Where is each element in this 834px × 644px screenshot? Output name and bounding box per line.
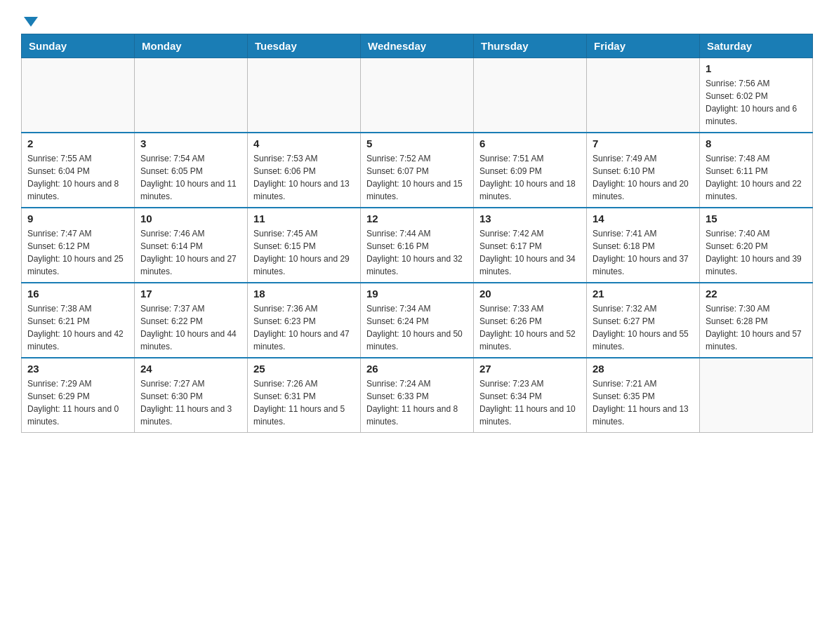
calendar-day-cell: 22Sunrise: 7:30 AMSunset: 6:28 PMDayligh…	[700, 283, 813, 358]
day-number: 22	[706, 288, 807, 300]
calendar-week-row: 9Sunrise: 7:47 AMSunset: 6:12 PMDaylight…	[22, 208, 813, 283]
day-info: Sunrise: 7:42 AMSunset: 6:17 PMDaylight:…	[479, 227, 581, 278]
day-info: Sunrise: 7:26 AMSunset: 6:31 PMDaylight:…	[253, 377, 355, 428]
day-number: 12	[366, 213, 468, 224]
day-number: 16	[27, 288, 128, 300]
calendar-day-cell: 1Sunrise: 7:56 AMSunset: 6:02 PMDaylight…	[700, 58, 813, 133]
day-of-week-header: Saturday	[700, 34, 813, 58]
calendar-day-cell: 3Sunrise: 7:54 AMSunset: 6:05 PMDaylight…	[135, 133, 248, 208]
day-info: Sunrise: 7:33 AMSunset: 6:26 PMDaylight:…	[479, 302, 581, 353]
day-number: 19	[366, 288, 468, 300]
calendar-week-row: 1Sunrise: 7:56 AMSunset: 6:02 PMDaylight…	[22, 58, 813, 133]
day-number: 20	[479, 288, 581, 300]
calendar-day-cell: 8Sunrise: 7:48 AMSunset: 6:11 PMDaylight…	[700, 133, 813, 208]
day-number: 9	[27, 213, 128, 224]
day-info: Sunrise: 7:40 AMSunset: 6:20 PMDaylight:…	[706, 227, 807, 278]
day-info: Sunrise: 7:29 AMSunset: 6:29 PMDaylight:…	[27, 377, 128, 428]
day-number: 6	[479, 137, 581, 149]
calendar-day-cell: 20Sunrise: 7:33 AMSunset: 6:26 PMDayligh…	[474, 283, 587, 358]
day-info: Sunrise: 7:56 AMSunset: 6:02 PMDaylight:…	[706, 77, 807, 128]
logo-arrow-icon	[24, 17, 38, 27]
day-number: 10	[140, 213, 241, 224]
calendar-day-cell: 16Sunrise: 7:38 AMSunset: 6:21 PMDayligh…	[22, 283, 135, 358]
day-info: Sunrise: 7:44 AMSunset: 6:16 PMDaylight:…	[366, 227, 468, 278]
calendar-day-cell: 13Sunrise: 7:42 AMSunset: 6:17 PMDayligh…	[474, 208, 587, 283]
day-info: Sunrise: 7:23 AMSunset: 6:34 PMDaylight:…	[479, 377, 581, 428]
day-number: 23	[27, 363, 128, 375]
day-info: Sunrise: 7:53 AMSunset: 6:06 PMDaylight:…	[253, 152, 355, 203]
day-of-week-header: Friday	[587, 34, 700, 58]
day-number: 18	[253, 288, 355, 300]
calendar-day-cell	[474, 58, 587, 133]
day-info: Sunrise: 7:34 AMSunset: 6:24 PMDaylight:…	[366, 302, 468, 353]
day-of-week-header: Tuesday	[248, 34, 361, 58]
calendar-day-cell	[361, 58, 474, 133]
calendar-table: SundayMondayTuesdayWednesdayThursdayFrid…	[21, 34, 813, 433]
day-info: Sunrise: 7:24 AMSunset: 6:33 PMDaylight:…	[366, 377, 468, 428]
day-number: 2	[27, 137, 128, 149]
calendar-day-cell: 21Sunrise: 7:32 AMSunset: 6:27 PMDayligh…	[587, 283, 700, 358]
calendar-week-row: 23Sunrise: 7:29 AMSunset: 6:29 PMDayligh…	[22, 358, 813, 433]
page-header	[21, 14, 813, 27]
calendar-day-cell: 24Sunrise: 7:27 AMSunset: 6:30 PMDayligh…	[135, 358, 248, 433]
day-number: 21	[593, 288, 694, 300]
day-info: Sunrise: 7:46 AMSunset: 6:14 PMDaylight:…	[140, 227, 241, 278]
calendar-day-cell: 6Sunrise: 7:51 AMSunset: 6:09 PMDaylight…	[474, 133, 587, 208]
calendar-day-cell: 19Sunrise: 7:34 AMSunset: 6:24 PMDayligh…	[361, 283, 474, 358]
calendar-day-cell: 14Sunrise: 7:41 AMSunset: 6:18 PMDayligh…	[587, 208, 700, 283]
calendar-day-cell: 15Sunrise: 7:40 AMSunset: 6:20 PMDayligh…	[700, 208, 813, 283]
day-number: 5	[366, 137, 468, 149]
day-of-week-header: Sunday	[22, 34, 135, 58]
day-info: Sunrise: 7:38 AMSunset: 6:21 PMDaylight:…	[27, 302, 128, 353]
calendar-day-cell: 2Sunrise: 7:55 AMSunset: 6:04 PMDaylight…	[22, 133, 135, 208]
calendar-day-cell: 25Sunrise: 7:26 AMSunset: 6:31 PMDayligh…	[248, 358, 361, 433]
calendar-day-cell: 11Sunrise: 7:45 AMSunset: 6:15 PMDayligh…	[248, 208, 361, 283]
day-number: 15	[706, 213, 807, 224]
day-number: 26	[366, 363, 468, 375]
day-info: Sunrise: 7:30 AMSunset: 6:28 PMDaylight:…	[706, 302, 807, 353]
calendar-day-cell	[248, 58, 361, 133]
day-info: Sunrise: 7:32 AMSunset: 6:27 PMDaylight:…	[593, 302, 694, 353]
day-of-week-header: Monday	[135, 34, 248, 58]
day-info: Sunrise: 7:37 AMSunset: 6:22 PMDaylight:…	[140, 302, 241, 353]
calendar-day-cell	[700, 358, 813, 433]
day-info: Sunrise: 7:48 AMSunset: 6:11 PMDaylight:…	[706, 152, 807, 203]
day-info: Sunrise: 7:45 AMSunset: 6:15 PMDaylight:…	[253, 227, 355, 278]
day-info: Sunrise: 7:36 AMSunset: 6:23 PMDaylight:…	[253, 302, 355, 353]
calendar-week-row: 16Sunrise: 7:38 AMSunset: 6:21 PMDayligh…	[22, 283, 813, 358]
calendar-day-cell: 9Sunrise: 7:47 AMSunset: 6:12 PMDaylight…	[22, 208, 135, 283]
day-number: 4	[253, 137, 355, 149]
calendar-day-cell: 18Sunrise: 7:36 AMSunset: 6:23 PMDayligh…	[248, 283, 361, 358]
calendar-day-cell: 10Sunrise: 7:46 AMSunset: 6:14 PMDayligh…	[135, 208, 248, 283]
calendar-day-cell: 12Sunrise: 7:44 AMSunset: 6:16 PMDayligh…	[361, 208, 474, 283]
calendar-week-row: 2Sunrise: 7:55 AMSunset: 6:04 PMDaylight…	[22, 133, 813, 208]
calendar-day-cell: 26Sunrise: 7:24 AMSunset: 6:33 PMDayligh…	[361, 358, 474, 433]
day-of-week-header: Thursday	[474, 34, 587, 58]
calendar-day-cell: 7Sunrise: 7:49 AMSunset: 6:10 PMDaylight…	[587, 133, 700, 208]
day-info: Sunrise: 7:27 AMSunset: 6:30 PMDaylight:…	[140, 377, 241, 428]
day-info: Sunrise: 7:49 AMSunset: 6:10 PMDaylight:…	[593, 152, 694, 203]
day-info: Sunrise: 7:41 AMSunset: 6:18 PMDaylight:…	[593, 227, 694, 278]
day-number: 27	[479, 363, 581, 375]
day-number: 24	[140, 363, 241, 375]
day-number: 11	[253, 213, 355, 224]
logo	[21, 14, 38, 27]
calendar-day-cell	[587, 58, 700, 133]
calendar-day-cell	[135, 58, 248, 133]
calendar-day-cell: 4Sunrise: 7:53 AMSunset: 6:06 PMDaylight…	[248, 133, 361, 208]
calendar-day-cell: 23Sunrise: 7:29 AMSunset: 6:29 PMDayligh…	[22, 358, 135, 433]
day-info: Sunrise: 7:52 AMSunset: 6:07 PMDaylight:…	[366, 152, 468, 203]
calendar-header-row: SundayMondayTuesdayWednesdayThursdayFrid…	[22, 34, 813, 58]
calendar-day-cell: 17Sunrise: 7:37 AMSunset: 6:22 PMDayligh…	[135, 283, 248, 358]
day-number: 17	[140, 288, 241, 300]
day-number: 3	[140, 137, 241, 149]
day-number: 13	[479, 213, 581, 224]
day-info: Sunrise: 7:54 AMSunset: 6:05 PMDaylight:…	[140, 152, 241, 203]
day-number: 28	[593, 363, 694, 375]
day-number: 1	[706, 62, 807, 74]
calendar-day-cell	[22, 58, 135, 133]
day-number: 8	[706, 137, 807, 149]
day-info: Sunrise: 7:55 AMSunset: 6:04 PMDaylight:…	[27, 152, 128, 203]
day-number: 14	[593, 213, 694, 224]
calendar-day-cell: 27Sunrise: 7:23 AMSunset: 6:34 PMDayligh…	[474, 358, 587, 433]
